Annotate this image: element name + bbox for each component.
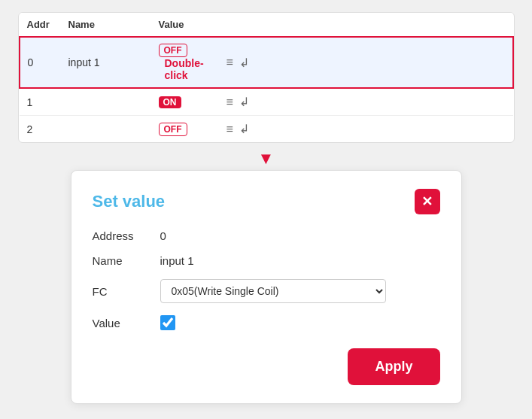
table-row[interactable]: 0 input 1 OFF Double-click ≡ ↲ (20, 37, 513, 88)
cell-address-1: 1 (20, 88, 61, 116)
cell-value-1: ON (151, 88, 219, 116)
chart-icon[interactable]: ↲ (239, 95, 249, 109)
cell-value-2: OFF (151, 116, 219, 143)
row-icons-2: ≡ ↲ (226, 122, 419, 136)
fc-select[interactable]: 0x05(Write Single Coil) (160, 279, 386, 303)
data-table: Addr Name Value 0 input 1 OFF Double-cli… (19, 13, 514, 142)
set-value-dialog: Set value ✕ Address 0 Name input 1 FC 0x… (71, 170, 462, 404)
value-label: Value (93, 317, 160, 329)
apply-button[interactable]: Apply (348, 348, 439, 385)
table-header-row: Addr Name Value (20, 13, 513, 37)
filter-icon[interactable]: ≡ (226, 123, 233, 136)
address-label: Address (93, 229, 160, 242)
cell-name-2 (61, 116, 151, 143)
value-field: Value (93, 315, 440, 330)
row-icons-0: ≡ ↲ (226, 56, 419, 70)
col-header-icons1 (219, 13, 427, 37)
filter-icon[interactable]: ≡ (226, 96, 233, 109)
badge-on-1: ON (159, 96, 181, 108)
col-header-icons2 (426, 13, 512, 37)
cell-extra-2 (426, 116, 512, 143)
col-header-address: Addr (20, 13, 61, 37)
name-value: input 1 (160, 254, 194, 267)
table-container: Addr Name Value 0 input 1 OFF Double-cli… (18, 12, 515, 143)
value-checkbox[interactable] (160, 315, 175, 330)
dialog-title: Set value (93, 192, 166, 211)
dialog-footer: Apply (93, 348, 440, 385)
chart-icon[interactable]: ↲ (239, 56, 249, 70)
col-header-value: Value (151, 13, 219, 37)
name-field: Name input 1 (93, 254, 440, 267)
table-row[interactable]: 2 OFF ≡ ↲ (20, 116, 513, 143)
cell-extra-0 (426, 37, 512, 88)
cell-value-0: OFF Double-click (151, 37, 219, 88)
filter-icon[interactable]: ≡ (226, 56, 233, 69)
cell-name-1 (61, 88, 151, 116)
cell-address-0: 0 (20, 37, 61, 88)
cell-icons-1: ≡ ↲ (219, 88, 427, 116)
cell-icons-2: ≡ ↲ (219, 116, 427, 143)
cell-icons-0: ≡ ↲ (219, 37, 427, 88)
cell-extra-1 (426, 88, 512, 116)
close-button[interactable]: ✕ (415, 189, 440, 214)
badge-off-2: OFF (159, 123, 187, 136)
address-value: 0 (160, 229, 166, 242)
chart-icon[interactable]: ↲ (239, 122, 249, 136)
table-row[interactable]: 1 ON ≡ ↲ (20, 88, 513, 116)
double-click-label: Double-click (165, 57, 211, 81)
fc-field: FC 0x05(Write Single Coil) (93, 279, 440, 303)
arrow-down-icon: ▼ (258, 150, 275, 167)
col-header-name: Name (61, 13, 151, 37)
badge-off-0: OFF (159, 44, 187, 57)
cell-name-0: input 1 (61, 37, 151, 88)
cell-address-2: 2 (20, 116, 61, 143)
address-field: Address 0 (93, 229, 440, 242)
row-icons-1: ≡ ↲ (226, 95, 419, 109)
dialog-header: Set value ✕ (93, 189, 440, 214)
name-label: Name (93, 254, 160, 267)
fc-label: FC (93, 285, 160, 298)
